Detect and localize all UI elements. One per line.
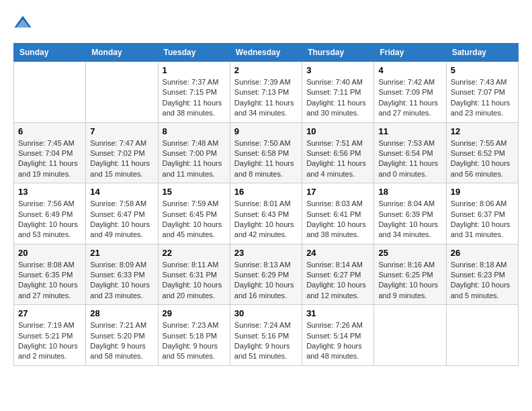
calendar-cell: 5Sunrise: 7:43 AM Sunset: 7:07 PM Daylig… bbox=[446, 62, 518, 123]
day-number: 8 bbox=[163, 126, 226, 136]
cell-content: Sunrise: 8:11 AM Sunset: 6:31 PM Dayligh… bbox=[163, 260, 226, 302]
calendar-cell: 11Sunrise: 7:53 AM Sunset: 6:54 PM Dayli… bbox=[374, 122, 446, 183]
header-wednesday: Wednesday bbox=[230, 44, 302, 62]
header-monday: Monday bbox=[86, 44, 158, 62]
cell-content: Sunrise: 7:24 AM Sunset: 5:16 PM Dayligh… bbox=[234, 320, 298, 362]
day-number: 9 bbox=[234, 126, 298, 136]
cell-content: Sunrise: 8:06 AM Sunset: 6:37 PM Dayligh… bbox=[451, 199, 514, 240]
day-number: 12 bbox=[451, 126, 514, 136]
cell-content: Sunrise: 7:55 AM Sunset: 6:52 PM Dayligh… bbox=[451, 138, 514, 180]
cell-content: Sunrise: 8:08 AM Sunset: 6:35 PM Dayligh… bbox=[18, 260, 81, 302]
day-number: 11 bbox=[378, 126, 441, 136]
calendar-cell: 4Sunrise: 7:42 AM Sunset: 7:09 PM Daylig… bbox=[374, 62, 446, 123]
calendar-cell: 30Sunrise: 7:24 AM Sunset: 5:16 PM Dayli… bbox=[230, 305, 302, 366]
day-number: 3 bbox=[306, 65, 369, 75]
calendar-cell bbox=[86, 62, 158, 123]
header-thursday: Thursday bbox=[302, 44, 374, 62]
cell-content: Sunrise: 7:51 AM Sunset: 6:56 PM Dayligh… bbox=[306, 138, 369, 180]
day-number: 6 bbox=[18, 126, 81, 136]
day-number: 19 bbox=[451, 187, 514, 197]
calendar-cell: 3Sunrise: 7:40 AM Sunset: 7:11 PM Daylig… bbox=[302, 62, 374, 123]
calendar-cell: 26Sunrise: 8:18 AM Sunset: 6:23 PM Dayli… bbox=[446, 244, 518, 305]
logo-icon bbox=[13, 13, 32, 32]
calendar-cell: 29Sunrise: 7:23 AM Sunset: 5:18 PM Dayli… bbox=[158, 305, 230, 366]
calendar-cell: 21Sunrise: 8:09 AM Sunset: 6:33 PM Dayli… bbox=[86, 244, 158, 305]
cell-content: Sunrise: 7:59 AM Sunset: 6:45 PM Dayligh… bbox=[163, 199, 226, 240]
calendar-cell: 16Sunrise: 8:01 AM Sunset: 6:43 PM Dayli… bbox=[230, 183, 302, 244]
calendar-cell: 17Sunrise: 8:03 AM Sunset: 6:41 PM Dayli… bbox=[302, 183, 374, 244]
calendar-week-row: 27Sunrise: 7:19 AM Sunset: 5:21 PM Dayli… bbox=[14, 305, 519, 366]
calendar-week-row: 20Sunrise: 8:08 AM Sunset: 6:35 PM Dayli… bbox=[14, 244, 519, 305]
calendar-cell: 22Sunrise: 8:11 AM Sunset: 6:31 PM Dayli… bbox=[158, 244, 230, 305]
day-number: 26 bbox=[451, 248, 514, 258]
day-number: 2 bbox=[234, 65, 298, 75]
day-number: 4 bbox=[378, 65, 441, 75]
cell-content: Sunrise: 7:45 AM Sunset: 7:04 PM Dayligh… bbox=[18, 138, 81, 180]
day-number: 20 bbox=[18, 248, 81, 258]
cell-content: Sunrise: 7:42 AM Sunset: 7:09 PM Dayligh… bbox=[378, 77, 441, 119]
calendar-cell: 6Sunrise: 7:45 AM Sunset: 7:04 PM Daylig… bbox=[14, 122, 86, 183]
calendar-cell: 23Sunrise: 8:13 AM Sunset: 6:29 PM Dayli… bbox=[230, 244, 302, 305]
cell-content: Sunrise: 8:13 AM Sunset: 6:29 PM Dayligh… bbox=[234, 260, 298, 302]
header-tuesday: Tuesday bbox=[158, 44, 230, 62]
calendar-cell bbox=[446, 305, 518, 366]
day-number: 10 bbox=[306, 126, 369, 136]
calendar-cell: 28Sunrise: 7:21 AM Sunset: 5:20 PM Dayli… bbox=[86, 305, 158, 366]
day-number: 27 bbox=[18, 308, 81, 318]
calendar-cell: 27Sunrise: 7:19 AM Sunset: 5:21 PM Dayli… bbox=[14, 305, 86, 366]
header-friday: Friday bbox=[374, 44, 446, 62]
cell-content: Sunrise: 7:50 AM Sunset: 6:58 PM Dayligh… bbox=[234, 138, 298, 180]
cell-content: Sunrise: 8:03 AM Sunset: 6:41 PM Dayligh… bbox=[306, 199, 369, 240]
calendar-header-row: SundayMondayTuesdayWednesdayThursdayFrid… bbox=[14, 44, 519, 62]
calendar-cell: 1Sunrise: 7:37 AM Sunset: 7:15 PM Daylig… bbox=[158, 62, 230, 123]
day-number: 23 bbox=[234, 248, 298, 258]
cell-content: Sunrise: 7:58 AM Sunset: 6:47 PM Dayligh… bbox=[90, 199, 153, 240]
calendar-cell: 24Sunrise: 8:14 AM Sunset: 6:27 PM Dayli… bbox=[302, 244, 374, 305]
day-number: 1 bbox=[163, 65, 226, 75]
calendar-cell: 18Sunrise: 8:04 AM Sunset: 6:39 PM Dayli… bbox=[374, 183, 446, 244]
logo bbox=[13, 13, 35, 32]
calendar-cell: 20Sunrise: 8:08 AM Sunset: 6:35 PM Dayli… bbox=[14, 244, 86, 305]
calendar-week-row: 1Sunrise: 7:37 AM Sunset: 7:15 PM Daylig… bbox=[14, 62, 519, 123]
cell-content: Sunrise: 7:21 AM Sunset: 5:20 PM Dayligh… bbox=[90, 320, 153, 362]
cell-content: Sunrise: 7:47 AM Sunset: 7:02 PM Dayligh… bbox=[90, 138, 153, 180]
calendar-week-row: 6Sunrise: 7:45 AM Sunset: 7:04 PM Daylig… bbox=[14, 122, 519, 183]
calendar-cell: 9Sunrise: 7:50 AM Sunset: 6:58 PM Daylig… bbox=[230, 122, 302, 183]
page-header bbox=[13, 13, 519, 32]
day-number: 5 bbox=[451, 65, 514, 75]
day-number: 30 bbox=[234, 308, 298, 318]
calendar-cell: 14Sunrise: 7:58 AM Sunset: 6:47 PM Dayli… bbox=[86, 183, 158, 244]
cell-content: Sunrise: 7:26 AM Sunset: 5:14 PM Dayligh… bbox=[306, 320, 369, 362]
day-number: 17 bbox=[306, 187, 369, 197]
cell-content: Sunrise: 7:53 AM Sunset: 6:54 PM Dayligh… bbox=[378, 138, 441, 180]
cell-content: Sunrise: 7:37 AM Sunset: 7:15 PM Dayligh… bbox=[163, 77, 226, 119]
calendar-cell bbox=[14, 62, 86, 123]
calendar-cell: 8Sunrise: 7:48 AM Sunset: 7:00 PM Daylig… bbox=[158, 122, 230, 183]
day-number: 24 bbox=[306, 248, 369, 258]
cell-content: Sunrise: 8:18 AM Sunset: 6:23 PM Dayligh… bbox=[451, 260, 514, 302]
cell-content: Sunrise: 7:23 AM Sunset: 5:18 PM Dayligh… bbox=[163, 320, 226, 362]
calendar-cell: 7Sunrise: 7:47 AM Sunset: 7:02 PM Daylig… bbox=[86, 122, 158, 183]
cell-content: Sunrise: 7:40 AM Sunset: 7:11 PM Dayligh… bbox=[306, 77, 369, 119]
cell-content: Sunrise: 8:04 AM Sunset: 6:39 PM Dayligh… bbox=[378, 199, 441, 240]
day-number: 13 bbox=[18, 187, 81, 197]
day-number: 18 bbox=[378, 187, 441, 197]
cell-content: Sunrise: 7:39 AM Sunset: 7:13 PM Dayligh… bbox=[234, 77, 298, 119]
calendar-cell: 10Sunrise: 7:51 AM Sunset: 6:56 PM Dayli… bbox=[302, 122, 374, 183]
calendar-cell bbox=[374, 305, 446, 366]
cell-content: Sunrise: 7:56 AM Sunset: 6:49 PM Dayligh… bbox=[18, 199, 81, 240]
day-number: 22 bbox=[163, 248, 226, 258]
cell-content: Sunrise: 7:48 AM Sunset: 7:00 PM Dayligh… bbox=[163, 138, 226, 180]
calendar-cell: 2Sunrise: 7:39 AM Sunset: 7:13 PM Daylig… bbox=[230, 62, 302, 123]
cell-content: Sunrise: 8:14 AM Sunset: 6:27 PM Dayligh… bbox=[306, 260, 369, 302]
calendar-week-row: 13Sunrise: 7:56 AM Sunset: 6:49 PM Dayli… bbox=[14, 183, 519, 244]
calendar-table: SundayMondayTuesdayWednesdayThursdayFrid… bbox=[13, 43, 519, 366]
calendar-cell: 25Sunrise: 8:16 AM Sunset: 6:25 PM Dayli… bbox=[374, 244, 446, 305]
day-number: 29 bbox=[163, 308, 226, 318]
day-number: 31 bbox=[306, 308, 369, 318]
day-number: 25 bbox=[378, 248, 441, 258]
day-number: 14 bbox=[90, 187, 153, 197]
day-number: 21 bbox=[90, 248, 153, 258]
day-number: 15 bbox=[163, 187, 226, 197]
calendar-cell: 13Sunrise: 7:56 AM Sunset: 6:49 PM Dayli… bbox=[14, 183, 86, 244]
